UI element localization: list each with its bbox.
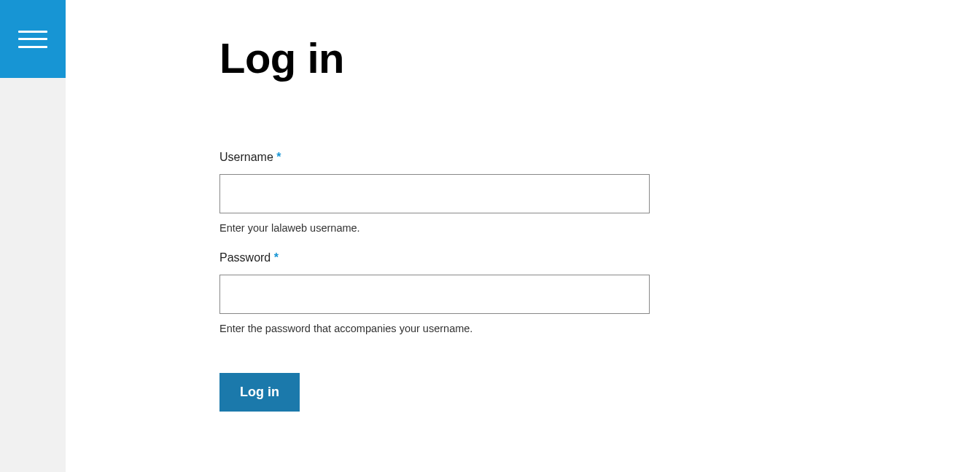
sidebar [0,0,66,472]
username-group: Username * Enter your lalaweb username. [219,151,650,237]
username-help: Enter your lalaweb username. [219,221,650,237]
login-form: Username * Enter your lalaweb username. … [219,151,980,412]
required-mark: * [274,251,279,264]
password-label: Password * [219,251,650,264]
password-input[interactable] [219,275,650,314]
login-button[interactable]: Log in [219,373,300,412]
username-input[interactable] [219,174,650,213]
page-title: Log in [219,35,980,82]
password-label-text: Password [219,251,274,264]
menu-toggle-button[interactable] [0,0,66,78]
username-label: Username * [219,151,650,164]
username-label-text: Username [219,151,276,163]
hamburger-icon [18,31,47,48]
required-mark: * [276,151,281,163]
password-group: Password * Enter the password that accom… [219,251,650,337]
main-content: Log in Username * Enter your lalaweb use… [66,0,980,412]
password-help: Enter the password that accompanies your… [219,321,650,337]
